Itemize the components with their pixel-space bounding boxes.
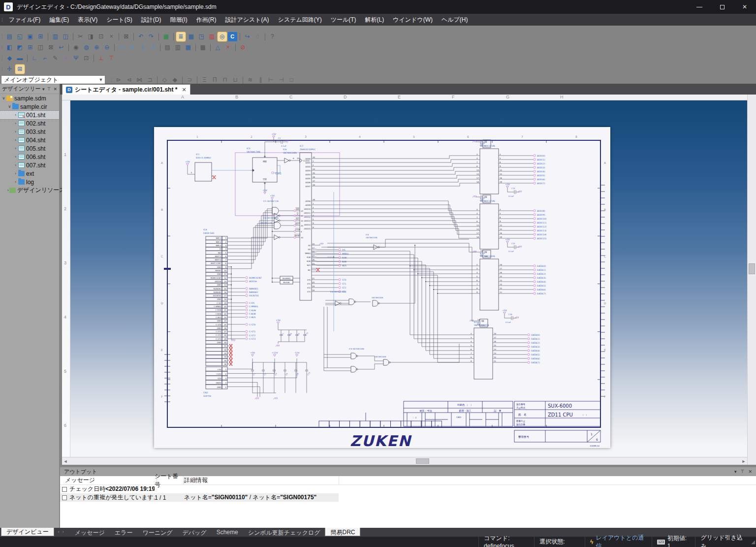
pan-left-icon[interactable]: ⇦ xyxy=(117,43,126,52)
pin-left-icon[interactable]: ⊢ xyxy=(266,75,276,85)
paste-pattern-icon[interactable]: ⊞ xyxy=(15,64,25,74)
sheets-view-icon[interactable]: ▦ xyxy=(184,43,193,52)
vertical-scrollbar[interactable] xyxy=(747,95,756,465)
expander-icon[interactable]: ∨ xyxy=(1,96,6,100)
pin-right-icon[interactable]: ⊣ xyxy=(277,75,286,85)
search-parts-icon[interactable]: ◌ xyxy=(253,32,262,41)
tree-item-005-sht[interactable]: ›005.sht xyxy=(0,144,59,153)
net-bus-icon[interactable]: Π xyxy=(210,75,220,85)
output-row[interactable]: ネットの重複が発生しています。1 / 1ネット名="SIGN00110" / ネ… xyxy=(60,493,339,502)
output-row[interactable]: チェック日時<2022/07/06 19:19:30> xyxy=(60,485,756,493)
draw-line-icon[interactable]: ✎ xyxy=(51,54,60,63)
close-region-icon[interactable]: ⊠ xyxy=(46,43,56,52)
gate-or-icon[interactable]: ◆ xyxy=(170,75,180,85)
expander-icon[interactable]: ∨ xyxy=(7,104,12,109)
horizontal-scrollbar[interactable]: ◄ ► xyxy=(62,457,747,465)
tab-close-icon[interactable]: ✕ xyxy=(182,87,186,93)
open-design-icon[interactable]: ◱ xyxy=(15,32,25,41)
back-view-icon[interactable]: ↩ xyxy=(57,43,66,52)
object-selector[interactable]: メインオブジェクト ▼ xyxy=(1,75,105,84)
board-viewer-icon[interactable]: ▦ xyxy=(161,32,171,41)
fit-selection-icon[interactable]: ◩ xyxy=(15,43,25,52)
sym-mirror-icon[interactable]: ⋈ xyxy=(135,75,144,85)
pin-icon[interactable]: ⊤ xyxy=(47,87,51,92)
maximize-button[interactable] xyxy=(711,0,733,14)
wire-route-icon[interactable]: ∟ xyxy=(30,54,39,63)
tab-メッセージ[interactable]: メッセージ xyxy=(70,528,110,536)
bus-ripper-icon[interactable]: ≋ xyxy=(246,75,255,85)
menu-i[interactable]: 階層(I) xyxy=(165,14,191,26)
tree-item-sample-cir[interactable]: ∨sample.cir xyxy=(0,102,59,111)
expander-icon[interactable]: › xyxy=(13,146,18,151)
menu-w[interactable]: ウインドウ(W) xyxy=(388,14,437,26)
vertical-scroll-thumb[interactable] xyxy=(749,263,755,274)
net-name-icon[interactable]: Ξ xyxy=(200,75,209,85)
delete-object-icon[interactable]: × xyxy=(223,43,233,52)
delete-icon[interactable]: × xyxy=(107,32,116,41)
menu-s[interactable]: シート(S) xyxy=(102,14,137,26)
pan-down-icon[interactable]: ⇩ xyxy=(148,43,158,52)
fit-sheet-icon[interactable]: ◧ xyxy=(5,43,14,52)
align-grid-icon[interactable]: ✛ xyxy=(5,64,14,74)
sheets-paste-icon[interactable]: ▥ xyxy=(173,43,183,52)
schematic-sheet[interactable]: 12345678AABBCCDDEEFFIC1EXO-3-20M42+5V3IC… xyxy=(154,127,610,448)
stamp-icon[interactable]: ▥ xyxy=(207,32,217,41)
tree-item-004-sht[interactable]: ›004.sht xyxy=(0,136,59,144)
window-image-icon[interactable]: ◳ xyxy=(197,32,206,41)
expander-icon[interactable]: › xyxy=(13,171,18,176)
sheets-copy-icon[interactable]: ▤ xyxy=(163,43,172,52)
menu-v[interactable]: 表示(V) xyxy=(73,14,102,26)
overlap-sheets-icon[interactable]: ◫ xyxy=(36,43,45,52)
tree-item-006-sht[interactable]: ›006.sht xyxy=(0,153,59,161)
close-button[interactable]: ✕ xyxy=(733,0,756,14)
zoom-in-icon[interactable]: ⊕ xyxy=(92,43,101,52)
measure-icon[interactable]: △ xyxy=(213,43,222,52)
expander-icon[interactable]: › xyxy=(13,129,18,134)
tab-scroll-icons[interactable]: ‹› xyxy=(58,529,67,534)
menu-l[interactable]: 解析(L) xyxy=(361,14,389,26)
new-sheet-icon[interactable]: ▤ xyxy=(5,32,14,41)
wire-corner-icon[interactable]: ⌐ xyxy=(40,54,50,63)
status-layout-link[interactable]: ϟレイアウトとの通信 xyxy=(585,537,652,547)
menu-h[interactable]: ヘルプ(H) xyxy=(437,14,472,26)
expander-icon[interactable]: › xyxy=(13,155,18,159)
status-grid-snap[interactable]: グリッド引き込み xyxy=(695,537,751,547)
tab-design-view[interactable]: デザインビュー xyxy=(1,528,54,536)
minimize-button[interactable]: — xyxy=(688,0,711,14)
schematic-canvas[interactable]: 12345678AABBCCDDEEFFIC1EXO-3-20M42+5V3IC… xyxy=(70,100,747,457)
save-icon[interactable]: ▣ xyxy=(26,32,35,41)
menu-f[interactable]: ファイル(F) xyxy=(4,14,45,26)
bus-pair-icon[interactable]: ∥ xyxy=(256,75,265,85)
menu-y[interactable]: システム回路(Y) xyxy=(274,14,326,26)
tab-簡易DRC[interactable]: 簡易DRC xyxy=(325,528,360,536)
panel-menu-icon[interactable]: ▾ xyxy=(42,87,45,92)
panel-close-icon[interactable]: ✕ xyxy=(53,87,57,92)
tree-item-007-sht[interactable]: ›007.sht xyxy=(0,161,59,169)
tab-シンボル更新チェックログ[interactable]: シンボル更新チェックログ xyxy=(243,528,325,536)
capture-image-icon[interactable]: ⊠ xyxy=(122,32,131,41)
tree-item-003-sht[interactable]: ›003.sht xyxy=(0,128,59,136)
place-ic-icon[interactable]: ▬ xyxy=(15,54,25,63)
undo-icon[interactable]: ↶ xyxy=(136,32,146,41)
expander-icon[interactable]: › xyxy=(7,188,9,193)
fit-all-icon[interactable]: ⊞ xyxy=(26,43,35,52)
wire-branch-icon[interactable]: Ψ xyxy=(71,54,81,63)
design-tree-icon[interactable]: ≣ xyxy=(176,32,186,41)
copy-icon[interactable]: ◨ xyxy=(86,32,95,41)
select-box-icon[interactable]: ⊡ xyxy=(82,54,91,63)
expander-icon[interactable]: › xyxy=(13,121,18,126)
tree-item-001-sht[interactable]: ›001.sht xyxy=(0,111,59,119)
resize-grip[interactable]: ◢ xyxy=(751,539,755,545)
frame-box-icon[interactable]: □ xyxy=(287,75,296,85)
tree-item-log[interactable]: ›log xyxy=(0,178,59,186)
redo-icon[interactable]: ↷ xyxy=(147,32,156,41)
expander-icon[interactable]: › xyxy=(13,163,18,167)
pin-place-icon[interactable]: ⊥ xyxy=(96,54,106,63)
gate-swap-icon[interactable]: ⊃ xyxy=(185,75,194,85)
print-preview-icon[interactable]: ◫ xyxy=(61,32,70,41)
row-checkbox[interactable] xyxy=(62,487,67,492)
menu-d[interactable]: 設計(D) xyxy=(137,14,166,26)
tab-Scheme[interactable]: Scheme xyxy=(212,528,243,536)
row-checkbox[interactable] xyxy=(62,495,67,500)
snapshot-icon[interactable]: ◉ xyxy=(71,43,81,52)
